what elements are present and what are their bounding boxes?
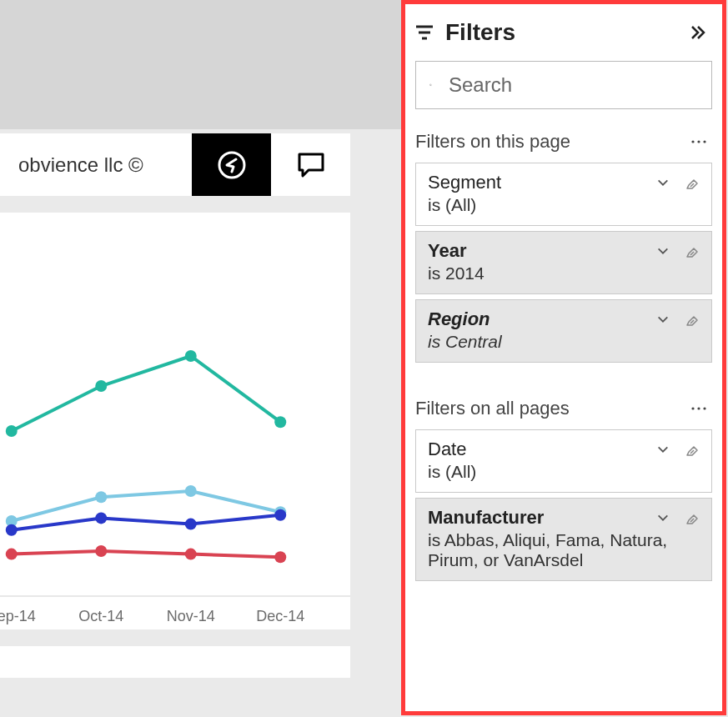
workspace: obvience llc © Sep-14Oct-14Nov-14Dec-14 [0,0,728,717]
filter-card-title: Segment [428,172,501,193]
chart-point[interactable] [95,380,107,392]
comment-button[interactable] [271,133,350,196]
filters-section-page-list: Segmentis (All)Yearis 2014Regionis Centr… [405,163,722,363]
filters-search-box[interactable] [415,61,712,109]
chart-point[interactable] [6,425,18,437]
focus-mode-button[interactable] [192,133,271,196]
x-axis-label: Sep-14 [0,608,36,624]
chart-point[interactable] [95,512,107,524]
visual-toolbar-buttons [192,133,350,196]
filter-card-expand[interactable] [656,511,670,524]
svg-point-15 [703,407,705,409]
x-axis-label: Dec-14 [256,608,304,624]
filters-section-all-more[interactable] [690,405,707,412]
filter-icon [414,22,435,43]
clear-filter-icon [683,311,700,328]
focus-mode-icon [215,148,249,182]
chart-point[interactable] [274,509,286,521]
canvas-bottom-strip [0,646,350,678]
chart-point[interactable] [274,416,286,428]
filter-card[interactable]: Regionis Central [415,299,712,363]
filters-section-all-list: Dateis (All)Manufactureris Abbas, Aliqui… [405,429,722,581]
svg-point-7 [691,140,694,143]
filter-card-clear[interactable] [683,243,700,259]
report-canvas: obvience llc © Sep-14Oct-14Nov-14Dec-14 [0,0,401,717]
line-chart: Sep-14Oct-14Nov-14Dec-14 [0,213,350,629]
more-icon [690,138,707,145]
chart-point[interactable] [95,545,107,557]
filter-card-clear[interactable] [683,311,700,328]
svg-line-12 [690,320,694,323]
filters-section-page-more[interactable] [690,138,707,145]
chevron-down-icon [656,313,670,326]
filters-pane-highlight: Filters Filters on this page [401,0,726,715]
chart-point[interactable] [6,524,18,536]
chart-point[interactable] [185,519,197,530]
filters-pane-title: Filters [445,19,679,46]
chart-tile[interactable]: Sep-14Oct-14Nov-14Dec-14 [0,213,350,629]
x-axis-label: Nov-14 [167,608,215,624]
filter-card-clear[interactable] [683,174,700,191]
filters-search-input[interactable] [449,73,698,97]
filter-card[interactable]: Manufactureris Abbas, Aliqui, Fama, Natu… [415,498,712,581]
svg-point-5 [429,84,431,86]
chevron-down-icon [656,176,670,189]
filters-pane-header: Filters [405,4,722,61]
collapse-pane-icon [689,23,707,42]
filter-card-title: Year [428,240,467,262]
svg-line-17 [690,519,694,522]
filter-card-subtitle: is 2014 [428,263,700,283]
filter-card-clear[interactable] [683,441,700,458]
filter-card-expand[interactable] [656,443,670,456]
filter-card-title: Region [428,308,490,330]
filter-card-expand[interactable] [656,313,670,326]
chart-point[interactable] [95,491,107,503]
visual-toolbar: obvience llc © [0,133,350,196]
filters-section-page-label: Filters on this page [415,131,570,153]
filter-card-clear[interactable] [683,509,700,526]
filter-card[interactable]: Dateis (All) [415,429,712,493]
filter-card-subtitle: is (All) [428,195,700,215]
search-icon [429,75,432,95]
chart-point[interactable] [185,485,197,497]
clear-filter-icon [683,441,700,458]
svg-line-6 [431,85,432,86]
comment-icon [295,149,327,181]
more-icon [690,405,707,412]
chevron-down-icon [656,443,670,456]
x-axis-label: Oct-14 [78,608,123,624]
filter-card-subtitle: is Central [428,332,700,352]
svg-point-8 [697,140,700,143]
svg-line-11 [690,252,694,255]
filter-card-expand[interactable] [656,176,670,189]
svg-point-13 [691,407,694,409]
clear-filter-icon [683,243,700,259]
clear-filter-icon [683,509,700,526]
filter-card[interactable]: Yearis 2014 [415,231,712,294]
collapse-pane-button[interactable] [689,23,707,42]
filter-card-title: Date [428,439,466,460]
chart-point[interactable] [185,549,197,560]
filter-card[interactable]: Segmentis (All) [415,163,712,226]
chevron-down-icon [656,244,670,258]
filter-card-subtitle: is Abbas, Aliqui, Fama, Natura, Pirum, o… [428,530,700,570]
svg-point-9 [703,140,705,143]
copyright-caption: obvience llc © [0,153,143,177]
chart-point[interactable] [185,350,197,362]
clear-filter-icon [683,174,700,191]
chevron-down-icon [656,511,670,524]
filters-section-all-label: Filters on all pages [415,398,570,419]
filter-card-expand[interactable] [656,244,670,258]
svg-line-16 [690,450,694,454]
filter-card-title: Manufacturer [428,507,544,529]
filters-section-all-header: Filters on all pages [405,391,722,424]
filters-section-page-header: Filters on this page [405,124,722,158]
svg-line-10 [690,183,694,187]
chart-point[interactable] [6,549,18,560]
chart-point[interactable] [274,551,286,563]
svg-point-14 [697,407,700,409]
canvas-header-band [0,0,401,129]
filter-card-subtitle: is (All) [428,462,700,482]
filters-pane: Filters Filters on this page [405,4,722,711]
